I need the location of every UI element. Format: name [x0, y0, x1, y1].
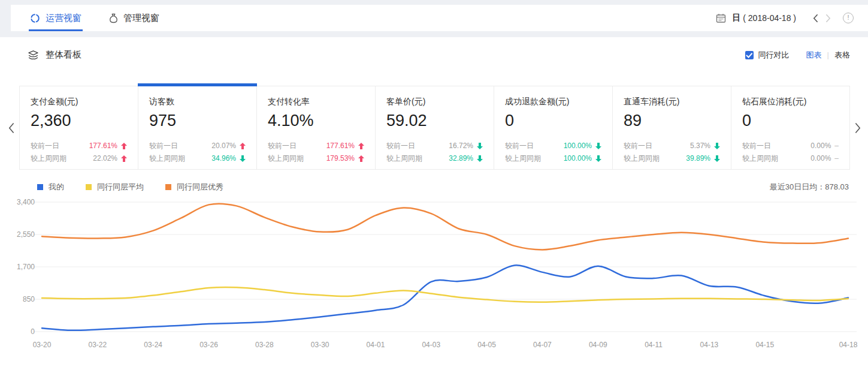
arrow-down-icon [595, 155, 601, 162]
date-granularity-label[interactable]: 日 [732, 13, 740, 23]
metric-compare-rows: 较前一日5.37%较上周同期39.89% [624, 140, 720, 165]
metric-cards-carousel: 支付金额(元)2,360较前一日177.61%较上周同期22.02%访客数975… [4, 86, 866, 170]
x-tick-label: 04-09 [589, 341, 607, 349]
legend-item[interactable]: 同行同层优秀 [165, 182, 223, 192]
compare-value-group: 0.00%– [810, 140, 839, 152]
trend-chart-container: 08501,7002,5503,40003-2003-2203-2403-260… [0, 195, 868, 356]
view-tabs: 运营视窗 管理视窗 [29, 5, 161, 31]
compare-value-group: 179.53% [326, 152, 364, 165]
compare-label: 较前一日 [149, 140, 178, 152]
arrow-down-icon [714, 143, 720, 149]
compare-label: 较前一日 [742, 140, 771, 152]
metric-card[interactable]: 直通车消耗(元)89较前一日5.37%较上周同期39.89% [613, 86, 731, 170]
no-change-dash-icon: – [834, 140, 839, 152]
series-line-我的 [42, 265, 848, 330]
arrow-down-icon [714, 155, 720, 162]
compare-value-group: 22.02% [93, 152, 127, 165]
arrow-up-icon [358, 143, 364, 149]
x-axis-labels: 03-2003-2203-2403-2603-2803-3004-0104-03… [33, 341, 858, 349]
metric-card[interactable]: 钻石展位消耗(元)0较前一日0.00%–较上周同期0.00%– [731, 86, 850, 170]
x-tick-label: 04-15 [755, 341, 774, 349]
cards-next-arrow[interactable] [850, 122, 866, 134]
compare-row: 较前一日20.07% [149, 140, 246, 152]
metric-compare-rows: 较前一日100.00%较上周同期100.00% [505, 140, 601, 165]
view-toggle-table[interactable]: 表格 [834, 50, 850, 61]
metric-title: 访客数 [149, 97, 246, 107]
trend-chart: 08501,7002,5503,40003-2003-2203-2403-260… [0, 195, 868, 356]
compare-row: 较上周同期22.02% [31, 152, 127, 165]
metric-card[interactable]: 成功退款金额(元)0较前一日100.00%较上周同期100.00% [494, 86, 613, 170]
tab-management-view[interactable]: 管理视窗 [108, 5, 161, 31]
dashboard-panel: 整体看板 同行对比 图表 | 表格 支付金额(元)2,360较前一日177.61… [0, 37, 868, 373]
compare-label: 较上周同期 [742, 152, 778, 165]
x-tick-label: 04-03 [422, 341, 440, 349]
x-tick-label: 04-18 [839, 341, 858, 349]
view-toggle-separator: | [827, 50, 829, 59]
metric-card[interactable]: 客单价(元)59.02较前一日16.72%较上周同期32.89% [376, 86, 494, 170]
compare-value-group: 16.72% [449, 140, 483, 152]
layers-icon [28, 50, 39, 61]
compare-row: 较前一日16.72% [386, 140, 483, 152]
compare-value-group: 20.07% [211, 140, 246, 152]
compare-row: 较前一日0.00%– [742, 140, 839, 152]
compare-label: 较上周同期 [31, 152, 66, 165]
x-tick-label: 04-13 [700, 341, 719, 349]
date-controls: 日 ( 2018-04-18 ) ! [716, 5, 854, 31]
y-tick-label: 0 [31, 327, 35, 336]
compare-row: 较前一日177.61% [31, 140, 127, 152]
prev-date-button[interactable] [809, 14, 822, 23]
compare-value: 22.02% [93, 152, 117, 165]
tab-operations-view[interactable]: 运营视窗 [29, 5, 83, 31]
metric-title: 支付转化率 [268, 97, 364, 107]
calendar-icon[interactable] [716, 13, 726, 23]
x-tick-label: 04-01 [367, 341, 385, 349]
metric-card[interactable]: 支付转化率4.10%较前一日177.61%较上周同期179.53% [257, 86, 376, 170]
compare-value: 100.00% [564, 140, 592, 152]
compare-value: 16.72% [449, 140, 473, 152]
compare-row: 较前一日100.00% [505, 140, 601, 152]
metric-value: 89 [624, 112, 720, 130]
arrow-up-icon [358, 155, 364, 162]
metric-card[interactable]: 支付金额(元)2,360较前一日177.61%较上周同期22.02% [19, 86, 138, 170]
compare-value-group: 100.00% [564, 152, 601, 165]
next-date-button[interactable] [822, 14, 834, 23]
compare-value: 0.00% [810, 140, 831, 152]
arrow-up-icon [240, 143, 246, 149]
info-icon[interactable]: ! [843, 13, 854, 23]
compare-value-group: 177.61% [89, 140, 127, 152]
date-range-value[interactable]: ( 2018-04-18 ) [743, 13, 796, 23]
metric-compare-rows: 较前一日16.72%较上周同期32.89% [386, 140, 483, 165]
compare-label: 较上周同期 [624, 152, 660, 165]
legend-swatch [37, 184, 43, 190]
board-controls: 同行对比 图表 | 表格 [745, 50, 850, 61]
compare-value-group: 177.61% [326, 140, 364, 152]
compare-label: 较上周同期 [149, 152, 185, 165]
tab-label: 管理视窗 [123, 13, 159, 24]
money-bag-icon [109, 13, 118, 23]
compare-row: 较前一日177.61% [268, 140, 364, 152]
peer-compare-checkbox[interactable] [745, 51, 754, 59]
arrow-down-icon [477, 143, 483, 149]
view-toggle-chart[interactable]: 图表 [806, 50, 822, 61]
compare-label: 较前一日 [505, 140, 534, 152]
x-tick-label: 03-26 [199, 341, 218, 349]
metric-card[interactable]: 访客数975较前一日20.07%较上周同期34.96% [138, 86, 257, 170]
compare-value: 5.37% [690, 140, 710, 152]
compare-label: 较前一日 [624, 140, 652, 152]
cards-prev-arrow[interactable] [4, 122, 19, 134]
operations-circle-icon [30, 13, 40, 23]
x-tick-label: 03-24 [144, 341, 162, 349]
chart-legend: 我的同行同层平均同行同层优秀 [37, 182, 245, 192]
metric-compare-rows: 较前一日20.07%较上周同期34.96% [149, 140, 246, 165]
y-axis-labels: 08501,7002,5503,400 [17, 198, 35, 336]
board-header: 整体看板 同行对比 图表 | 表格 [0, 49, 868, 61]
metric-value: 0 [505, 112, 601, 130]
legend-item[interactable]: 我的 [37, 182, 64, 192]
arrow-up-icon [121, 143, 127, 149]
tab-label: 运营视窗 [46, 13, 81, 24]
legend-item[interactable]: 同行同层平均 [86, 182, 144, 192]
metric-title: 客单价(元) [386, 97, 483, 107]
peer-compare-label[interactable]: 同行对比 [758, 50, 790, 61]
y-tick-label: 3,400 [17, 198, 35, 206]
series-line-同行同层平均 [42, 287, 848, 302]
